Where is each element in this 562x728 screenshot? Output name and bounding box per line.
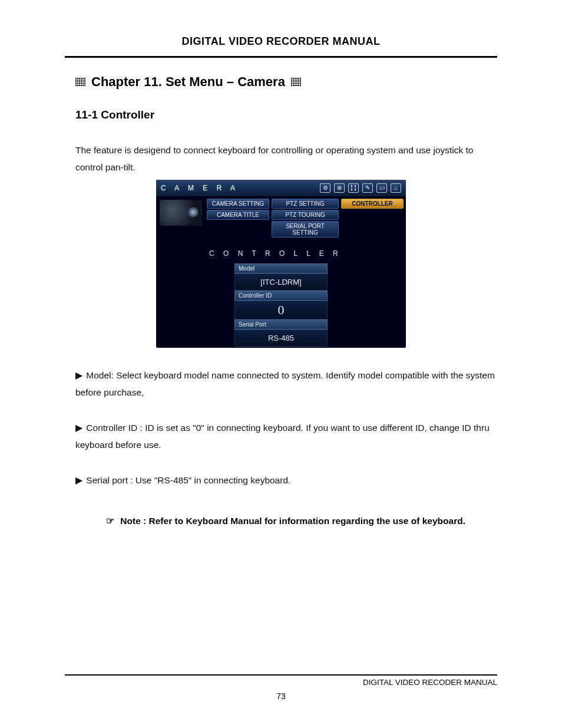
chapter-title: Chapter 11. Set Menu – Camera — [91, 74, 285, 90]
schedule-icon[interactable]: ⊕ — [334, 183, 345, 193]
intro-paragraph: The feature is desigend to connect keybo… — [75, 141, 497, 176]
bullet-controller-id: ▶ Controller ID : ID is set as "0" in co… — [75, 419, 497, 454]
page-number: 73 — [0, 691, 562, 701]
bullet-model-text: Model: Select keyboard model name connec… — [75, 370, 495, 397]
camera-icon — [160, 200, 202, 226]
tab-camera-setting[interactable]: CAMERA SETTING — [207, 199, 269, 209]
panel-label: C O N T R O L L E R — [209, 249, 406, 258]
screenshot-titlebar: C A M E R A ⚙ ⊕ ╏╏ ✎ ▭ ⌂ — [156, 180, 406, 196]
bullet-serial-port: ▶ Serial port : Use "RS-485" in connecti… — [75, 472, 497, 489]
field-serial-port-value[interactable]: RS-485 — [234, 330, 328, 347]
page-header-title: DIGITAL VIDEO RECORDER MANUAL — [65, 35, 497, 48]
page-footer: DIGITAL VIDEO RECODER MANUAL — [65, 674, 497, 687]
bullet-model: ▶ Model: Select keyboard model name conn… — [75, 367, 497, 401]
tab-ptz-setting[interactable]: PTZ SETTING — [272, 199, 339, 209]
tab-camera-title[interactable]: CAMERA TITLE — [207, 210, 269, 220]
field-serial-port-label: Serial Port — [234, 319, 328, 330]
pointer-icon: ☞ — [106, 516, 114, 526]
bullet-controller-id-text: Controller ID : ID is set as "0" in conn… — [75, 423, 490, 450]
screenshot-title: C A M E R A — [161, 184, 239, 192]
tab-controller[interactable]: CONTROLLER — [341, 199, 404, 209]
footer-rule — [65, 674, 497, 676]
decoration-right-icon — [291, 78, 301, 86]
field-controller-id-label: Controller ID — [234, 291, 328, 301]
tab-ptz-touring[interactable]: PTZ TOURING — [272, 210, 339, 220]
chapter-heading: Chapter 11. Set Menu – Camera — [75, 74, 497, 90]
header-rule — [65, 56, 497, 58]
field-model-value[interactable]: [ITC-LDRM] — [234, 274, 328, 291]
screenshot-toolbar: ⚙ ⊕ ╏╏ ✎ ▭ ⌂ — [320, 183, 401, 193]
section-heading: 11-1 Controller — [75, 108, 497, 121]
footer-text: DIGITAL VIDEO RECODER MANUAL — [65, 678, 497, 687]
triangle-bullet-icon: ▶ — [75, 472, 82, 489]
ports-icon[interactable]: ╏╏ — [348, 183, 359, 193]
triangle-bullet-icon: ▶ — [75, 419, 82, 436]
gear-icon[interactable]: ⚙ — [320, 183, 330, 193]
bullet-serial-port-text: Serial port : Use "RS-485" in connecting… — [86, 475, 290, 485]
decoration-left-icon — [75, 78, 85, 86]
field-controller-id-value[interactable]: 0 — [234, 301, 328, 319]
triangle-bullet-icon: ▶ — [75, 367, 82, 384]
camera-settings-screenshot: C A M E R A ⚙ ⊕ ╏╏ ✎ ▭ ⌂ CAMERA SETTING … — [156, 180, 406, 348]
tab-serial-port-setting[interactable]: SERIAL PORT SETTING — [272, 221, 339, 238]
home-icon[interactable]: ⌂ — [391, 183, 401, 193]
controller-fields: Model [ITC-LDRM] Controller ID 0 Serial … — [234, 263, 328, 347]
note-text: Note : Refer to Keyboard Manual for info… — [120, 516, 465, 526]
pencil-icon[interactable]: ✎ — [362, 183, 373, 193]
note-line: ☞ Note : Refer to Keyboard Manual for in… — [106, 516, 497, 526]
field-model-label: Model — [234, 263, 328, 274]
monitor-icon[interactable]: ▭ — [376, 183, 387, 193]
